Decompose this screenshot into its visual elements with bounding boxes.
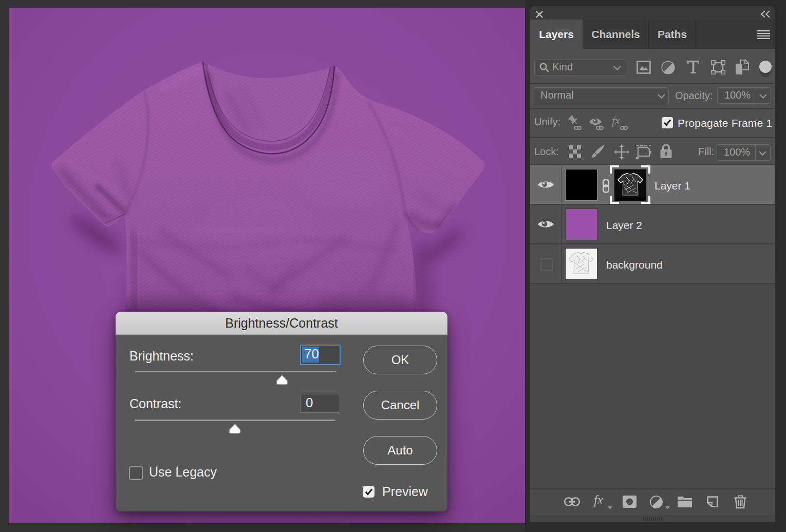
svg-text:fx: fx: [612, 115, 620, 127]
